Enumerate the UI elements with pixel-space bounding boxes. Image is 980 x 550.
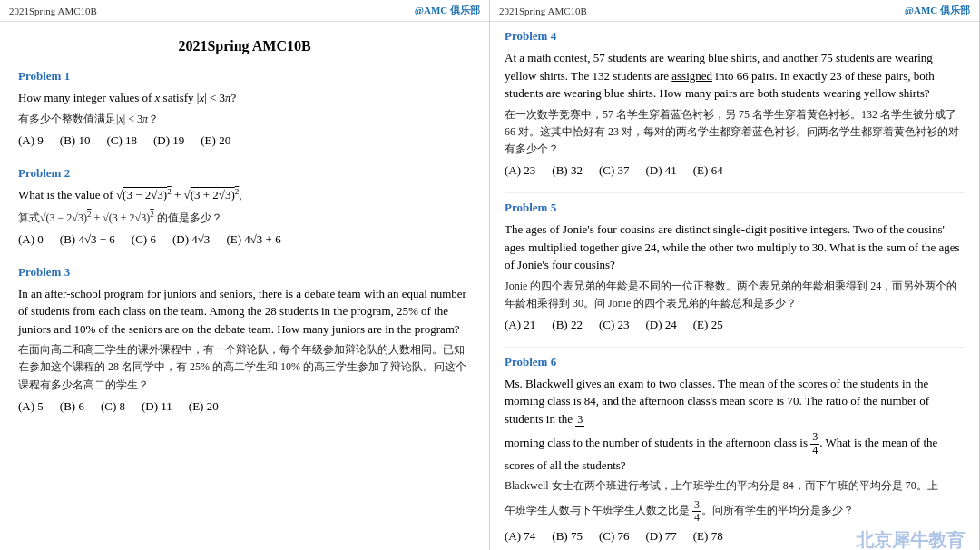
problem-3-zh: 在面向高二和高三学生的课外课程中，有一个辩论队，每个年级参加辩论队的人数相同。已… — [18, 341, 471, 394]
choice: (E) 64 — [693, 163, 723, 178]
choice: (A) 9 — [18, 133, 44, 148]
problem-4: Problem 4 At a math contest, 57 students… — [505, 29, 965, 178]
problem-1-zh: 有多少个整数值满足|x| < 3π？ — [18, 111, 471, 128]
choice: (C) 76 — [599, 529, 630, 544]
problem-3-choices: (A) 5 (B) 6 (C) 8 (D) 11 (E) 20 — [18, 399, 471, 414]
problem-6: Problem 6 Ms. Blackwell gives an exam to… — [505, 355, 965, 544]
choice: (C) 23 — [599, 318, 630, 332]
choice: (D) 24 — [645, 318, 676, 332]
problem-6-en: Ms. Blackwell gives an exam to two class… — [505, 375, 965, 428]
choice: (D) 11 — [142, 399, 172, 414]
choice: (E) 4√3 + 6 — [226, 232, 280, 247]
problem-4-en: At a math contest, 57 students are weari… — [505, 49, 965, 103]
problem-2-choices: (A) 0 (B) 4√3 − 6 (C) 6 (D) 4√3 (E) 4√3 … — [18, 232, 471, 247]
choice: (A) 74 — [505, 529, 535, 544]
choice: (D) 19 — [153, 133, 184, 148]
problem-1-en: How many integer values of x satisfy |x|… — [18, 89, 471, 107]
choice: (C) 18 — [106, 133, 137, 148]
choice: (D) 41 — [645, 163, 676, 178]
problem-5-zh: Jonie 的四个表兄弟的年龄是不同的一位正整数。两个表兄弟的年龄相乘得到 24… — [505, 278, 965, 312]
watermark: 北京犀牛教育 — [856, 528, 965, 550]
choice: (C) 37 — [599, 163, 630, 178]
choice: (D) 4√3 — [172, 232, 210, 247]
left-header-brand: @AMC 俱乐部 — [415, 4, 480, 17]
right-content: Problem 4 At a math contest, 57 students… — [490, 22, 979, 550]
page-title: 2021Spring AMC10B — [18, 38, 471, 54]
choice: (B) 10 — [60, 133, 91, 148]
problem-1-choices: (A) 9 (B) 10 (C) 18 (D) 19 (E) 20 — [18, 133, 471, 148]
choice: (A) 0 — [18, 232, 44, 247]
right-header: 2021Spring AMC10B @AMC 俱乐部 — [490, 0, 979, 22]
problem-6-en-2: morning class to the number of students … — [505, 431, 965, 474]
choice: (E) 20 — [189, 399, 219, 414]
problem-4-label: Problem 4 — [505, 29, 965, 44]
problem-2-zh: 算式√(3 − 2√3)2 + √(3 + 2√3)2 的值是多少？ — [18, 208, 471, 227]
problem-6-choices: (A) 74 (B) 75 (C) 76 (D) 77 (E) 78 北京犀牛教… — [505, 529, 965, 544]
problem-4-zh: 在一次数学竞赛中，57 名学生穿着蓝色衬衫，另 75 名学生穿着黄色衬衫。132… — [505, 106, 965, 159]
problem-2: Problem 2 What is the value of √​(3 − 2√… — [18, 166, 471, 247]
right-header-title: 2021Spring AMC10B — [499, 5, 587, 16]
problem-1: Problem 1 How many integer values of x s… — [18, 69, 471, 148]
choice: (A) 21 — [505, 318, 535, 332]
right-panel: 2021Spring AMC10B @AMC 俱乐部 Problem 4 At … — [490, 0, 980, 550]
fraction-3-over-blank: 3 — [575, 414, 584, 427]
choice: (B) 4√3 − 6 — [60, 232, 115, 247]
left-header: 2021Spring AMC10B @AMC 俱乐部 — [0, 0, 489, 22]
fraction-3-4: 3 4 — [810, 431, 819, 456]
problem-2-en: What is the value of √​(3 − 2√3)2 + √​(3… — [18, 186, 471, 204]
problem-2-label: Problem 2 — [18, 166, 471, 181]
left-panel: 2021Spring AMC10B @AMC 俱乐部 2021Spring AM… — [0, 0, 490, 550]
problem-1-label: Problem 1 — [18, 69, 471, 83]
problem-3: Problem 3 In an after-school program for… — [18, 265, 471, 414]
choice: (E) 25 — [693, 318, 723, 332]
problem-4-choices: (A) 23 (B) 32 (C) 37 (D) 41 (E) 64 — [505, 163, 965, 178]
divider-5-6 — [505, 347, 965, 348]
problem-5-label: Problem 5 — [505, 201, 965, 215]
left-content: 2021Spring AMC10B Problem 1 How many int… — [0, 22, 489, 441]
choice: (B) 32 — [552, 163, 583, 178]
fraction-zh: 3 4 — [692, 499, 701, 524]
problem-6-zh-2: 午班学生人数与下午班学生人数之比是 3 4 。问所有学生的平均分是多少？ — [505, 499, 965, 524]
choice: (C) 6 — [132, 232, 156, 247]
choice: (E) 20 — [201, 133, 230, 148]
choice: (A) 23 — [505, 163, 535, 178]
problem-6-zh: Blackwell 女士在两个班进行考试，上午班学生的平均分是 84，而下午班的… — [505, 477, 965, 495]
divider-4-5 — [505, 192, 965, 193]
left-header-title: 2021Spring AMC10B — [9, 5, 97, 16]
choice: (B) 6 — [60, 399, 84, 414]
problem-3-label: Problem 3 — [18, 265, 471, 280]
problem-5-choices: (A) 21 (B) 22 (C) 23 (D) 24 (E) 25 — [505, 318, 965, 332]
right-header-brand: @AMC 俱乐部 — [905, 4, 970, 17]
choice: (A) 5 — [18, 399, 44, 414]
choice: (D) 77 — [645, 529, 676, 544]
choice: (E) 78 — [693, 529, 723, 544]
choice: (C) 8 — [101, 399, 125, 414]
problem-3-en: In an after-school program for juniors a… — [18, 285, 471, 339]
choice: (B) 75 — [552, 529, 583, 544]
problem-5: Problem 5 The ages of Jonie's four cousi… — [505, 201, 965, 332]
problem-5-en: The ages of Jonie's four cousins are dis… — [505, 221, 965, 274]
problem-6-label: Problem 6 — [505, 355, 965, 369]
choice: (B) 22 — [552, 318, 583, 332]
